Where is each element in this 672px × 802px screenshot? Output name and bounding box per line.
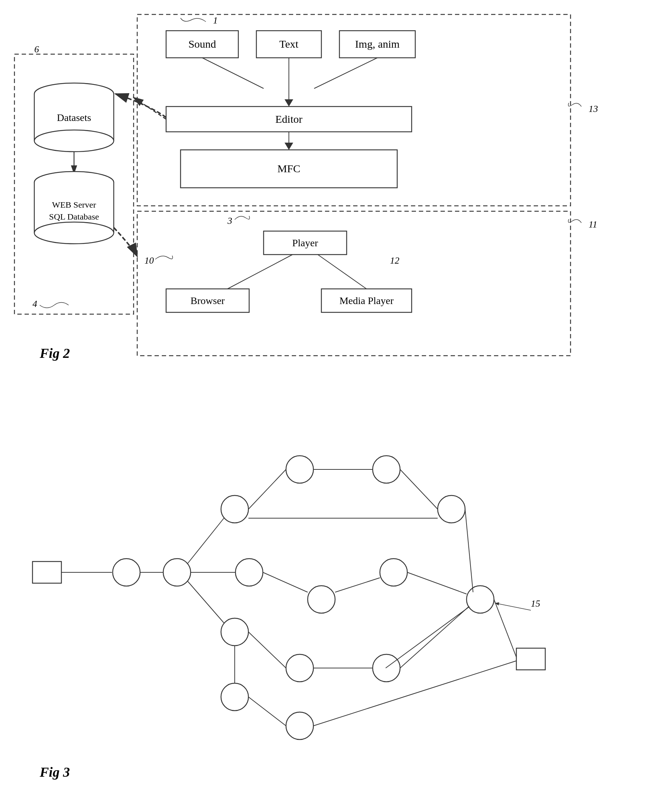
svg-marker-17 [284, 142, 293, 150]
svg-point-63 [308, 586, 335, 613]
svg-line-51 [228, 255, 292, 289]
svg-text:10: 10 [144, 255, 154, 266]
svg-text:MFC: MFC [277, 162, 300, 175]
svg-line-77 [400, 469, 438, 509]
svg-text:12: 12 [390, 255, 399, 266]
svg-text:Editor: Editor [276, 113, 303, 125]
svg-point-56 [163, 559, 191, 586]
svg-point-34 [34, 222, 114, 244]
svg-text:WEB Server: WEB Server [52, 200, 96, 209]
svg-text:Text: Text [279, 38, 299, 50]
svg-text:13: 13 [589, 103, 598, 114]
svg-point-25 [34, 130, 114, 152]
svg-text:3: 3 [227, 215, 232, 226]
svg-line-80 [335, 578, 380, 592]
svg-line-9 [202, 58, 263, 89]
svg-line-87 [400, 606, 469, 668]
svg-point-65 [221, 618, 249, 646]
svg-text:Img, anim: Img, anim [355, 38, 399, 50]
svg-text:Datasets: Datasets [57, 112, 91, 123]
svg-marker-13 [284, 99, 293, 107]
svg-point-70 [467, 586, 494, 613]
svg-point-61 [438, 495, 465, 523]
svg-point-64 [380, 559, 407, 586]
svg-line-89 [494, 600, 516, 657]
fig3-label: Fig 3 [40, 764, 70, 780]
fig3-container: 15 Fig 3 [11, 390, 646, 787]
svg-line-90 [313, 661, 516, 726]
svg-line-75 [249, 469, 286, 509]
svg-text:6: 6 [34, 44, 39, 55]
svg-line-85 [465, 509, 473, 592]
svg-point-55 [113, 559, 140, 586]
svg-line-84 [249, 697, 286, 726]
fig2-svg: Sound Text Img, anim Editor [11, 11, 646, 365]
svg-line-52 [318, 255, 367, 289]
svg-point-69 [286, 712, 313, 739]
svg-rect-53 [32, 561, 61, 583]
svg-line-20 [134, 97, 166, 119]
fig2-container: Sound Text Img, anim Editor [11, 11, 646, 365]
svg-point-66 [286, 654, 313, 682]
svg-text:11: 11 [589, 219, 597, 230]
svg-point-62 [236, 559, 263, 586]
svg-text:Browser: Browser [191, 295, 225, 306]
svg-point-58 [221, 495, 249, 523]
svg-text:Player: Player [292, 237, 318, 249]
svg-line-11 [314, 58, 377, 89]
svg-text:Sound: Sound [189, 38, 216, 50]
fig2-label: Fig 2 [40, 345, 70, 361]
svg-point-68 [221, 683, 249, 711]
svg-point-67 [373, 654, 400, 682]
svg-line-81 [249, 632, 286, 668]
svg-line-86 [407, 572, 467, 594]
svg-rect-71 [516, 648, 545, 670]
svg-line-74 [188, 581, 224, 623]
svg-point-59 [286, 456, 313, 483]
svg-line-79 [263, 572, 308, 592]
fig3-svg: 15 [11, 390, 646, 787]
svg-line-72 [188, 518, 224, 563]
svg-line-92 [495, 603, 531, 610]
svg-point-60 [373, 456, 400, 483]
page: Sound Text Img, anim Editor [0, 0, 672, 802]
svg-line-88 [386, 606, 469, 668]
svg-text:Media Player: Media Player [339, 295, 394, 306]
svg-text:SQL Database: SQL Database [49, 212, 99, 222]
svg-text:4: 4 [32, 299, 37, 309]
svg-text:1: 1 [213, 15, 218, 26]
svg-text:15: 15 [531, 598, 540, 609]
svg-rect-2 [137, 211, 570, 356]
